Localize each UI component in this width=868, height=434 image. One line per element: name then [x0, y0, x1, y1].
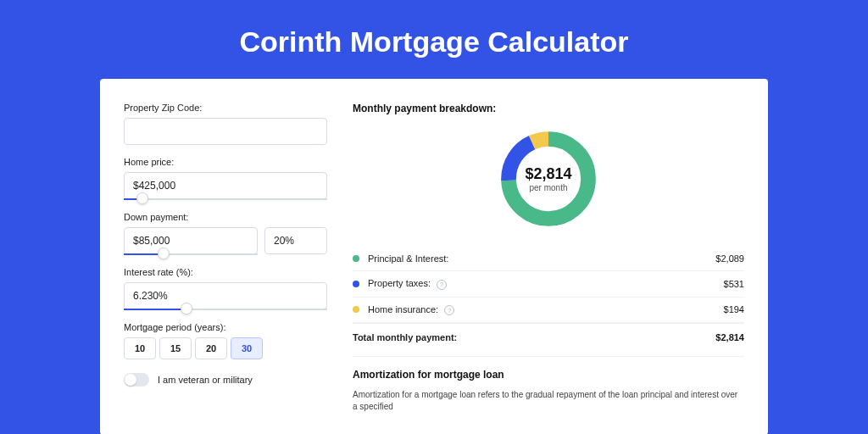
down-payment-label: Down payment:	[124, 212, 327, 222]
amortization-text: Amortization for a mortgage loan refers …	[353, 389, 744, 413]
legend-label: Property taxes: ?	[368, 278, 724, 290]
amortization-title: Amortization for mortgage loan	[353, 369, 744, 381]
period-btn-20[interactable]: 20	[195, 337, 227, 359]
home-price-slider[interactable]	[124, 198, 327, 200]
legend-value: $2,089	[715, 253, 744, 264]
swatch-icon	[353, 255, 359, 262]
home-price-field: Home price:	[124, 157, 327, 200]
period-field: Mortgage period (years): 10 15 20 30	[124, 322, 327, 359]
legend-principal: Principal & Interest: $2,089	[353, 247, 744, 271]
toggle-knob	[125, 374, 136, 386]
donut-amount: $2,814	[525, 165, 571, 183]
legend-value: $531	[724, 279, 744, 289]
total-value: $2,814	[715, 332, 744, 342]
interest-input[interactable]	[124, 282, 327, 309]
zip-field: Property Zip Code:	[124, 103, 327, 145]
period-btn-10[interactable]: 10	[124, 337, 156, 359]
slider-thumb[interactable]	[158, 248, 170, 259]
veteran-toggle[interactable]	[124, 373, 149, 387]
calculator-card: Property Zip Code: Home price: Down paym…	[100, 79, 768, 434]
interest-field: Interest rate (%):	[124, 267, 327, 310]
donut-sublabel: per month	[529, 183, 567, 192]
home-price-label: Home price:	[124, 157, 327, 167]
slider-thumb[interactable]	[181, 303, 192, 314]
info-icon[interactable]: ?	[444, 305, 454, 315]
page-title: Corinth Mortgage Calculator	[0, 0, 868, 79]
info-icon[interactable]: ?	[437, 280, 447, 290]
period-btn-15[interactable]: 15	[159, 337, 192, 359]
down-payment-percent-input[interactable]	[264, 227, 327, 254]
period-label: Mortgage period (years):	[124, 322, 327, 332]
down-payment-slider[interactable]	[124, 253, 258, 255]
zip-label: Property Zip Code:	[124, 103, 327, 113]
legend-text: Property taxes:	[368, 278, 431, 288]
down-payment-field: Down payment:	[124, 212, 327, 255]
legend-label: Principal & Interest:	[368, 253, 715, 264]
period-btn-30[interactable]: 30	[231, 337, 263, 359]
swatch-icon	[353, 281, 359, 287]
legend-text: Home insurance:	[368, 304, 438, 314]
total-label: Total monthly payment:	[353, 332, 715, 342]
legend-label: Home insurance: ?	[368, 304, 724, 316]
breakdown-panel: Monthly payment breakdown: $2,814 per mo…	[353, 103, 744, 434]
veteran-label: I am veteran or military	[158, 375, 253, 385]
donut-chart-wrap: $2,814 per month	[353, 126, 744, 231]
legend-total: Total monthly payment: $2,814	[353, 323, 744, 356]
home-price-input[interactable]	[124, 172, 327, 199]
interest-slider[interactable]	[124, 309, 327, 310]
slider-thumb[interactable]	[136, 192, 148, 204]
zip-input[interactable]	[124, 118, 327, 145]
donut-center: $2,814 per month	[496, 126, 601, 231]
inputs-panel: Property Zip Code: Home price: Down paym…	[124, 103, 327, 434]
interest-label: Interest rate (%):	[124, 267, 327, 277]
swatch-icon	[353, 306, 359, 313]
period-buttons: 10 15 20 30	[124, 337, 327, 359]
donut-chart: $2,814 per month	[496, 126, 601, 231]
legend-insurance: Home insurance: ? $194	[353, 298, 744, 324]
breakdown-title: Monthly payment breakdown:	[353, 103, 744, 114]
veteran-row: I am veteran or military	[124, 373, 327, 387]
amortization-section: Amortization for mortgage loan Amortizat…	[353, 356, 744, 413]
legend-value: $194	[724, 304, 744, 314]
down-payment-amount-input[interactable]	[124, 227, 258, 254]
legend-taxes: Property taxes: ? $531	[353, 271, 744, 298]
